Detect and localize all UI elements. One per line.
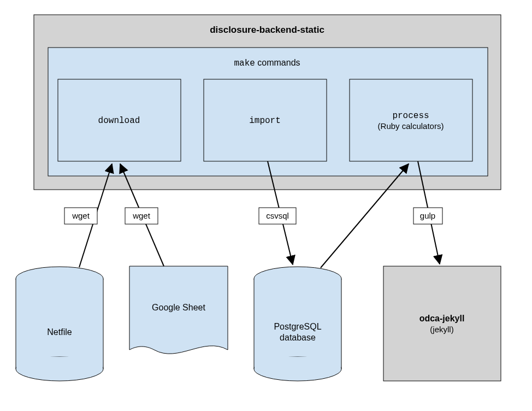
download-label: download xyxy=(98,116,140,126)
edge-label-gulp: gulp xyxy=(413,208,442,224)
svg-text:gulp: gulp xyxy=(420,211,435,220)
svg-rect-1 xyxy=(16,279,103,369)
edge-label-wget2: wget xyxy=(125,208,158,224)
jekyll-label-line1: odca-jekyll xyxy=(419,314,465,323)
netfile-cylinder: Netfile xyxy=(16,267,103,381)
edge-label-csvsql: csvsql xyxy=(259,208,296,224)
googlesheet-label: Google Sheet xyxy=(152,303,205,312)
svg-rect-5 xyxy=(16,357,103,369)
outer-box-title: disclosure-backend-static xyxy=(210,25,324,35)
process-label-line2: (Ruby calculators) xyxy=(378,121,444,131)
googlesheet-doc: Google Sheet xyxy=(129,266,228,354)
process-label-line1: process xyxy=(392,111,429,121)
architecture-diagram: disclosure-backend-static make commands … xyxy=(0,0,532,411)
jekyll-box xyxy=(383,266,501,381)
import-label: import xyxy=(249,116,281,126)
edge-label-wget1: wget xyxy=(64,208,97,224)
svg-text:wget: wget xyxy=(72,211,90,220)
postgres-label-line2: database xyxy=(280,333,316,342)
commands-title: make commands xyxy=(234,58,300,68)
postgres-label-line1: PostgreSQL xyxy=(274,322,321,331)
svg-text:wget: wget xyxy=(132,211,151,220)
svg-text:csvsql: csvsql xyxy=(266,211,289,220)
svg-rect-11 xyxy=(255,357,341,369)
netfile-label: Netfile xyxy=(47,327,72,337)
jekyll-label-line2: (jekyll) xyxy=(430,325,453,334)
postgres-cylinder: PostgreSQL database xyxy=(254,267,341,381)
